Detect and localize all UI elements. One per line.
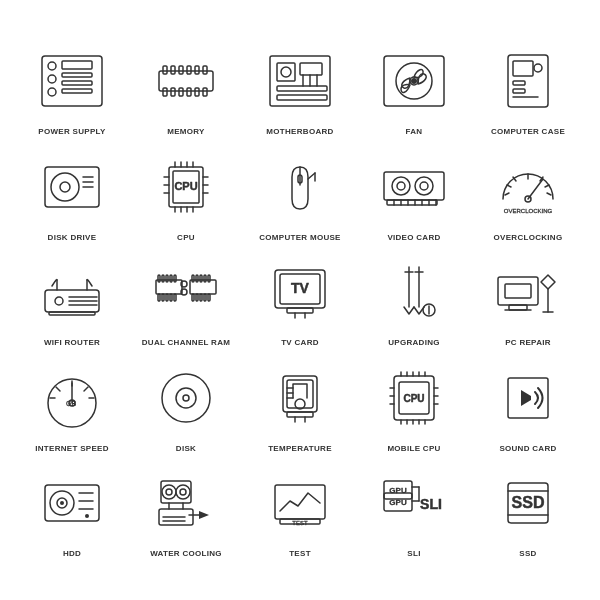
svg-point-192 <box>166 489 172 495</box>
svg-text:CPU: CPU <box>403 393 424 404</box>
svg-rect-116 <box>196 294 198 301</box>
svg-rect-5 <box>62 73 92 77</box>
svg-rect-18 <box>187 88 191 96</box>
icon-cell-hdd: HDD <box>20 463 124 559</box>
svg-point-23 <box>281 67 291 77</box>
svg-rect-10 <box>171 66 175 74</box>
svg-text:GB: GB <box>66 400 76 407</box>
svg-rect-100 <box>162 275 164 282</box>
svg-rect-99 <box>158 275 160 282</box>
icon-cell-sli: GPU GPU SLI SLI <box>362 463 466 559</box>
motherboard-label: MOTHERBOARD <box>266 127 333 137</box>
svg-point-149 <box>162 374 210 422</box>
disk-label: DISK <box>176 444 196 454</box>
memory-icon <box>146 41 226 121</box>
svg-line-82 <box>505 193 509 195</box>
svg-rect-7 <box>62 89 92 93</box>
svg-rect-125 <box>287 308 313 313</box>
power-supply-label: POWER SUPPLY <box>38 127 105 137</box>
overclocking-icon: OVERCLOCKING <box>488 147 568 227</box>
computer-mouse-label: COMPUTER MOUSE <box>259 233 341 243</box>
icon-cell-disk: DISK <box>134 358 238 454</box>
svg-rect-108 <box>174 294 176 301</box>
svg-rect-107 <box>170 294 172 301</box>
svg-rect-15 <box>163 88 167 96</box>
icon-cell-pc-repair: PC REPAIR <box>476 252 580 348</box>
video-card-label: VIDEO CARD <box>387 233 440 243</box>
dual-channel-ram-label: DUAL CHANNEL RAM <box>142 338 231 348</box>
wifi-router-label: WIFI ROUTER <box>44 338 100 348</box>
svg-rect-97 <box>49 312 95 315</box>
svg-rect-112 <box>200 275 202 282</box>
svg-rect-113 <box>204 275 206 282</box>
fan-label: FAN <box>406 127 423 137</box>
test-icon: TEST <box>260 463 340 543</box>
icon-cell-water-cooling: WATER COOLING <box>134 463 238 559</box>
svg-line-148 <box>84 387 88 391</box>
sli-icon: GPU GPU SLI <box>374 463 454 543</box>
svg-rect-111 <box>196 275 198 282</box>
ssd-icon: SSD <box>488 463 568 543</box>
icon-cell-tv-card: TV TV CARD <box>248 252 352 348</box>
svg-rect-117 <box>200 294 202 301</box>
svg-line-87 <box>545 185 549 187</box>
svg-text:SSD: SSD <box>512 494 545 511</box>
svg-rect-24 <box>300 63 322 75</box>
svg-rect-16 <box>171 88 175 96</box>
icon-cell-sound-card: SOUND CARD <box>476 358 580 454</box>
svg-rect-110 <box>192 275 194 282</box>
icon-cell-dual-channel-ram: DUAL CHANNEL RAM <box>134 252 238 348</box>
svg-rect-135 <box>505 284 531 298</box>
pc-repair-icon <box>488 252 568 332</box>
wifi-router-icon <box>32 252 112 332</box>
svg-point-93 <box>55 297 63 305</box>
hdd-icon <box>32 463 112 543</box>
computer-mouse-icon <box>260 147 340 227</box>
upgrading-icon <box>374 252 454 332</box>
svg-line-65 <box>308 173 315 179</box>
svg-rect-4 <box>62 61 92 69</box>
svg-rect-67 <box>384 172 444 200</box>
svg-rect-105 <box>162 294 164 301</box>
icon-cell-fan: FAN <box>362 41 466 137</box>
svg-rect-182 <box>45 485 99 521</box>
svg-point-69 <box>397 182 405 190</box>
svg-rect-11 <box>179 66 183 74</box>
dual-channel-ram-icon <box>146 252 226 332</box>
icon-cell-motherboard: MOTHERBOARD <box>248 41 352 137</box>
cpu-icon: CPU <box>146 147 226 227</box>
svg-marker-181 <box>521 390 531 406</box>
svg-line-83 <box>507 185 511 187</box>
water-cooling-icon <box>146 463 226 543</box>
computer-case-icon <box>488 41 568 121</box>
temperature-label: TEMPERATURE <box>268 444 332 454</box>
svg-rect-119 <box>208 294 210 301</box>
icon-cell-upgrading: UPGRADING <box>362 252 466 348</box>
icon-cell-disk-drive: DISK DRIVE <box>20 147 124 243</box>
icon-cell-computer-mouse: COMPUTER MOUSE <box>248 147 352 243</box>
icon-cell-internet-speed: GB INTERNET SPEED <box>20 358 124 454</box>
svg-rect-114 <box>208 275 210 282</box>
svg-rect-104 <box>158 294 160 301</box>
svg-text:SLI: SLI <box>420 496 442 512</box>
svg-rect-101 <box>166 275 168 282</box>
svg-point-194 <box>180 489 186 495</box>
fan-icon <box>374 41 454 121</box>
cpu-label: CPU <box>177 233 195 243</box>
svg-point-150 <box>176 388 196 408</box>
svg-point-191 <box>162 485 176 499</box>
overclocking-label: OVERCLOCKING <box>494 233 563 243</box>
sli-label: SLI <box>407 549 420 559</box>
tv-card-label: TV CARD <box>281 338 319 348</box>
icon-cell-overclocking: OVERCLOCKING OVERCLOCKING <box>476 147 580 243</box>
svg-rect-134 <box>498 277 538 305</box>
icon-grid: POWER SUPPLY MEMORY <box>0 21 600 579</box>
svg-rect-6 <box>62 81 92 85</box>
icon-cell-video-card: VIDEO CARD <box>362 147 466 243</box>
internet-speed-label: INTERNET SPEED <box>35 444 109 454</box>
svg-rect-158 <box>287 412 313 417</box>
svg-point-1 <box>48 62 56 70</box>
svg-rect-106 <box>166 294 168 301</box>
disk-drive-label: DISK DRIVE <box>48 233 97 243</box>
svg-rect-13 <box>195 66 199 74</box>
